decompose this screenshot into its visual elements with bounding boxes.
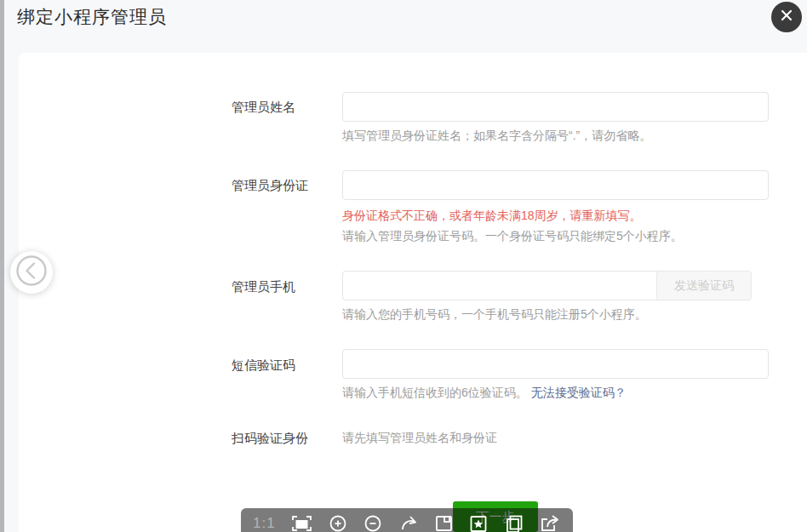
close-button[interactable] [771, 2, 802, 32]
scan-verify-label: 扫码验证身份 [232, 431, 339, 447]
phone-input[interactable] [342, 271, 661, 300]
carousel-prev-button[interactable] [10, 251, 53, 294]
image-viewer-toolbar: 1:1 [241, 508, 573, 532]
send-code-button[interactable]: 发送验证码 [656, 271, 752, 300]
chevron-left-icon [13, 252, 50, 293]
admin-name-input[interactable] [342, 92, 769, 122]
fit-screen-icon[interactable] [290, 513, 313, 532]
id-card-input[interactable] [342, 170, 769, 200]
admin-name-helper: 填写管理员身份证姓名；如果名字含分隔号“.”，请勿省略。 [342, 129, 651, 144]
copy-icon[interactable] [504, 513, 524, 532]
share-icon[interactable] [539, 513, 561, 532]
sms-helper-text: 请输入手机短信收到的6位验证码。 [342, 386, 528, 399]
star-icon[interactable] [468, 513, 489, 532]
sms-helper-line: 请输入手机短信收到的6位验证码。 无法接受验证码？ [342, 386, 627, 401]
cannot-receive-code-link[interactable]: 无法接受验证码？ [531, 386, 627, 399]
id-card-label: 管理员身份证 [232, 178, 339, 194]
save-icon[interactable] [433, 513, 454, 532]
scan-verify-text: 请先填写管理员姓名和身份证 [342, 431, 497, 446]
actual-size-label[interactable]: 1:1 [253, 515, 276, 532]
admin-name-label: 管理员姓名 [232, 100, 339, 116]
sms-code-input[interactable] [342, 349, 769, 379]
zoom-in-icon[interactable] [328, 513, 348, 532]
redo-icon[interactable] [398, 513, 419, 532]
id-card-helper: 请输入管理员身份证号码。一个身份证号码只能绑定5个小程序。 [342, 229, 683, 244]
window-edge-strip [0, 0, 4, 532]
close-icon [780, 9, 793, 26]
page-title: 绑定小程序管理员 [17, 5, 167, 29]
id-card-error-text: 身份证格式不正确，或者年龄未满18周岁，请重新填写。 [342, 209, 642, 224]
bind-admin-dialog: 绑定小程序管理员 管理员姓名 填写管理员身份证姓名；如果名字含分隔号“.”，请勿… [0, 0, 807, 532]
zoom-out-icon[interactable] [363, 513, 383, 532]
phone-helper: 请输入您的手机号码，一个手机号码只能注册5个小程序。 [342, 307, 647, 323]
sms-code-label: 短信验证码 [232, 358, 339, 374]
phone-label: 管理员手机 [232, 279, 339, 295]
